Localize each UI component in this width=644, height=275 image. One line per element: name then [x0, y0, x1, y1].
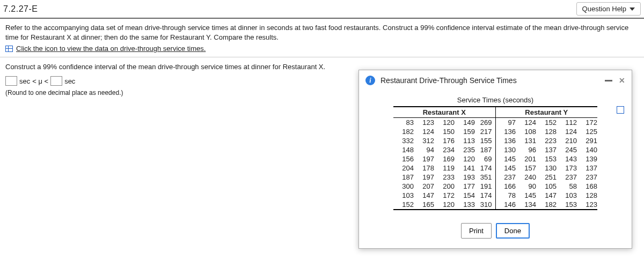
- popup-header: i Restaurant Drive-Through Service Times…: [359, 70, 632, 91]
- table-caption: Service Times (seconds): [380, 96, 610, 102]
- table-icon: [5, 46, 13, 52]
- problem-statement: Refer to the accompanying data set of me…: [0, 19, 644, 44]
- popup-body: Service Times (seconds) Restaurant X Res…: [359, 91, 632, 102]
- popup-title: Restaurant Drive-Through Service Times: [380, 76, 517, 85]
- question-header: 7.2.27-E Question Help: [0, 0, 644, 19]
- operator: < μ <: [32, 77, 48, 85]
- data-link-text: Click the icon to view the data on drive…: [16, 44, 206, 53]
- data-popup: i Restaurant Drive-Through Service Times…: [358, 70, 632, 102]
- chevron-down-icon: [630, 8, 635, 11]
- minimize-icon[interactable]: [605, 80, 612, 81]
- close-icon[interactable]: ✕: [619, 76, 625, 85]
- question-help-label: Question Help: [582, 5, 626, 13]
- data-link-row[interactable]: Click the icon to view the data on drive…: [0, 44, 644, 57]
- info-icon: i: [365, 76, 375, 85]
- lower-bound-input[interactable]: [5, 76, 17, 86]
- unit-before: sec: [19, 77, 30, 85]
- question-number: 7.2.27-E: [3, 4, 38, 14]
- upper-bound-input[interactable]: [50, 76, 62, 86]
- unit-after: sec: [64, 77, 75, 85]
- question-help-button[interactable]: Question Help: [576, 2, 641, 16]
